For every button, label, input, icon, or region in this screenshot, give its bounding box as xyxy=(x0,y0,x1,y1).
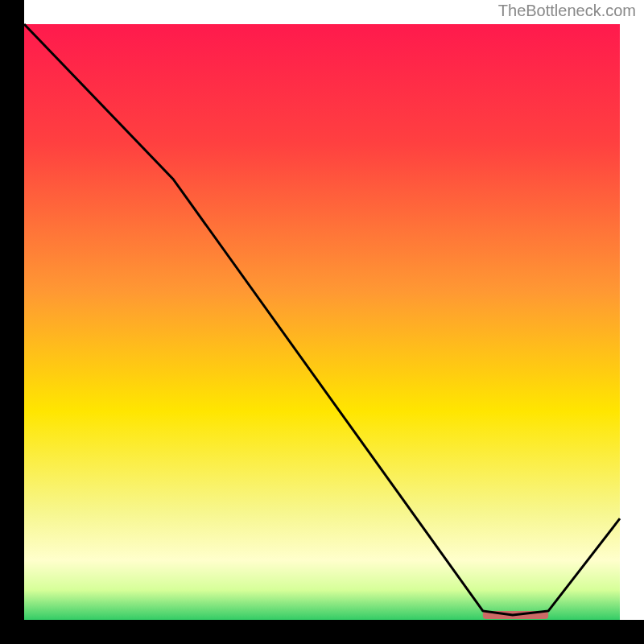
watermark: TheBottleneck.com xyxy=(498,2,636,20)
bottleneck-chart xyxy=(0,0,644,644)
chart-container: TheBottleneck.com xyxy=(0,0,644,644)
plot-background xyxy=(24,24,620,620)
